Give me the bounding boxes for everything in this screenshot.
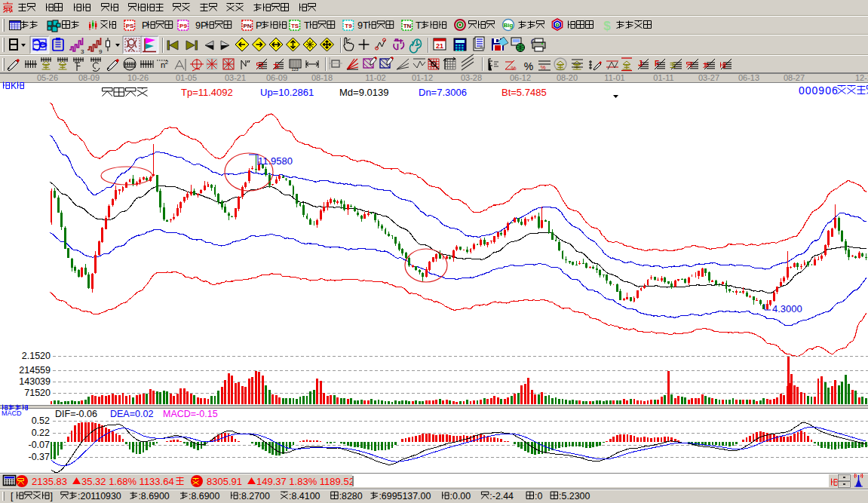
svg-text::20110930: :20110930: [78, 491, 121, 501]
svg-text:4.3000: 4.3000: [772, 303, 802, 314]
svg-text:9T: 9T: [357, 20, 369, 31]
svg-text::8.2700: :8.2700: [239, 491, 270, 501]
svg-text:T: T: [304, 20, 310, 31]
svg-text:Tp=11.4092: Tp=11.4092: [181, 87, 233, 98]
svg-text:-0.37: -0.37: [29, 452, 51, 462]
svg-text:9P: 9P: [195, 20, 207, 31]
svg-text:01-05: 01-05: [176, 73, 197, 82]
svg-text:12-2: 12-2: [855, 73, 868, 82]
svg-text::-2.44: :-2.44: [489, 491, 514, 501]
svg-text:35.32 1.68% 1133.64: 35.32 1.68% 1133.64: [81, 476, 174, 487]
svg-text:DEA=0.02: DEA=0.02: [110, 409, 153, 419]
svg-text:Up=10.2861: Up=10.2861: [260, 87, 314, 98]
svg-text:F: F: [655, 60, 659, 68]
svg-text:J: J: [638, 60, 643, 68]
svg-text:Dn=7.3006: Dn=7.3006: [419, 87, 467, 98]
svg-text:DIF=-0.06: DIF=-0.06: [55, 409, 97, 419]
svg-text:PN: PN: [243, 23, 251, 29]
svg-text:08-20: 08-20: [557, 73, 578, 82]
svg-text:Bt=5.7485: Bt=5.7485: [501, 87, 547, 98]
svg-text:T9: T9: [345, 23, 352, 29]
svg-text:%: %: [524, 60, 533, 72]
svg-text::8280: :8280: [339, 491, 363, 501]
svg-text:%: %: [511, 65, 516, 72]
svg-text:P: P: [256, 20, 262, 31]
svg-text:2: 2: [165, 59, 169, 66]
svg-text:08-27: 08-27: [784, 73, 805, 82]
svg-text:03-21: 03-21: [225, 73, 246, 82]
svg-text:01-12: 01-12: [412, 73, 433, 82]
svg-text:06-13: 06-13: [738, 73, 759, 82]
svg-text:71520: 71520: [24, 388, 51, 398]
svg-text:214559: 214559: [19, 365, 51, 376]
svg-text:21: 21: [436, 42, 443, 50]
svg-text::6995137.00: :6995137.00: [379, 491, 431, 501]
svg-text::8.6900: :8.6900: [189, 491, 219, 501]
svg-text::8.6900: :8.6900: [138, 491, 169, 501]
svg-text:P: P: [142, 20, 148, 31]
svg-text:[: [: [11, 491, 14, 501]
svg-text:MACD: MACD: [2, 409, 22, 417]
svg-text:$: $: [603, 19, 611, 33]
svg-text:8305.91: 8305.91: [207, 476, 242, 487]
svg-text:-0.07: -0.07: [29, 440, 51, 450]
svg-text:0.52: 0.52: [32, 416, 50, 426]
svg-text::5.2300: :5.2300: [559, 491, 590, 501]
svg-text:K: K: [11, 81, 17, 91]
svg-text:TS: TS: [291, 23, 299, 29]
svg-text:11-02: 11-02: [365, 73, 385, 82]
svg-text::0.00: :0.00: [450, 491, 471, 501]
svg-text:000906: 000906: [799, 84, 839, 97]
svg-text:11.9580: 11.9580: [258, 155, 293, 167]
svg-text:]: ]: [50, 491, 52, 501]
svg-text:05-26: 05-26: [37, 73, 58, 82]
svg-text:P9: P9: [179, 23, 187, 29]
svg-text:143039: 143039: [19, 376, 51, 387]
svg-text:PS: PS: [126, 23, 134, 29]
svg-text:MACD=-0.15: MACD=-0.15: [163, 409, 218, 419]
svg-text:08-18: 08-18: [311, 73, 333, 82]
svg-text::8.4100: :8.4100: [289, 491, 320, 501]
svg-text:06-09: 06-09: [266, 73, 287, 82]
svg-text:10-26: 10-26: [127, 73, 149, 82]
svg-text:06-12: 06-12: [510, 73, 531, 82]
svg-text:11-01: 11-01: [604, 73, 624, 82]
svg-text:Md=9.0139: Md=9.0139: [339, 87, 388, 98]
svg-text:Big: Big: [504, 22, 514, 29]
svg-text:2135.83: 2135.83: [32, 476, 67, 487]
svg-text:%: %: [540, 64, 545, 71]
svg-text:03-28: 03-28: [461, 73, 482, 82]
svg-text:149.37 1.83% 1189.52: 149.37 1.83% 1189.52: [256, 476, 354, 487]
svg-text:T: T: [416, 20, 422, 31]
svg-text::0: :0: [535, 491, 542, 501]
svg-text:03-27: 03-27: [698, 73, 719, 82]
svg-text:08-09: 08-09: [78, 73, 100, 82]
svg-text:123: 123: [291, 67, 298, 72]
svg-text:9: 9: [99, 48, 103, 55]
svg-text:0.22: 0.22: [32, 428, 50, 438]
svg-text:TN: TN: [403, 23, 412, 29]
svg-text:2.1520: 2.1520: [22, 351, 51, 361]
svg-text:3: 3: [81, 48, 84, 55]
svg-text:01-11: 01-11: [653, 73, 673, 82]
